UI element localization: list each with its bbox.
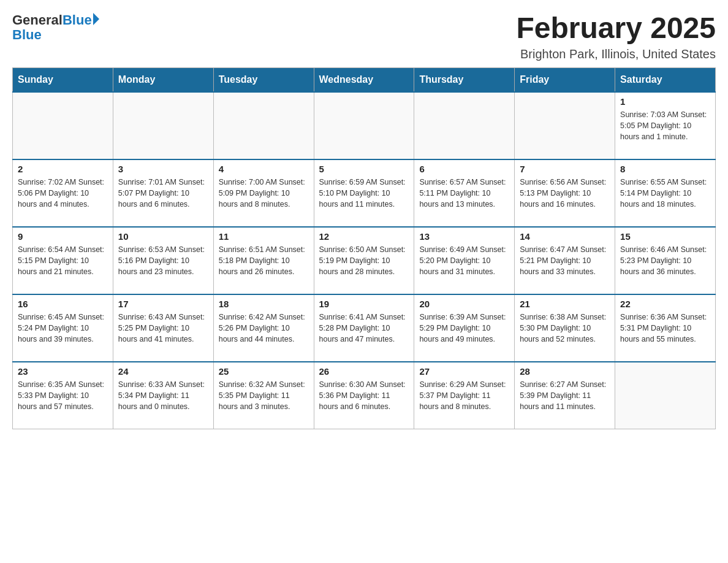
col-thursday: Thursday xyxy=(414,67,515,92)
day-info: Sunrise: 6:55 AM Sunset: 5:14 PM Dayligh… xyxy=(620,177,710,210)
day-info: Sunrise: 7:02 AM Sunset: 5:06 PM Dayligh… xyxy=(18,177,108,210)
table-row: 2Sunrise: 7:02 AM Sunset: 5:06 PM Daylig… xyxy=(13,159,113,227)
logo: General Blue Blue xyxy=(12,12,99,43)
day-number: 5 xyxy=(319,164,409,174)
day-number: 27 xyxy=(419,366,509,377)
day-info: Sunrise: 6:30 AM Sunset: 5:36 PM Dayligh… xyxy=(319,379,409,412)
day-number: 21 xyxy=(520,299,610,309)
calendar-week-row: 16Sunrise: 6:45 AM Sunset: 5:24 PM Dayli… xyxy=(13,294,716,362)
table-row xyxy=(13,92,113,159)
table-row: 6Sunrise: 6:57 AM Sunset: 5:11 PM Daylig… xyxy=(414,159,515,227)
table-row: 9Sunrise: 6:54 AM Sunset: 5:15 PM Daylig… xyxy=(13,227,113,294)
day-info: Sunrise: 6:57 AM Sunset: 5:11 PM Dayligh… xyxy=(419,177,509,210)
calendar-week-row: 2Sunrise: 7:02 AM Sunset: 5:06 PM Daylig… xyxy=(13,159,716,227)
page-header: General Blue Blue February 2025 Brighton… xyxy=(12,12,716,61)
table-row xyxy=(213,92,314,159)
day-number: 26 xyxy=(319,366,409,377)
logo-general-text: General xyxy=(12,12,63,28)
logo-blue-text: Blue xyxy=(63,12,92,28)
table-row: 25Sunrise: 6:32 AM Sunset: 5:35 PM Dayli… xyxy=(213,362,314,429)
day-number: 19 xyxy=(319,299,409,309)
day-number: 16 xyxy=(18,299,108,309)
day-info: Sunrise: 6:49 AM Sunset: 5:20 PM Dayligh… xyxy=(419,244,509,277)
day-info: Sunrise: 6:39 AM Sunset: 5:29 PM Dayligh… xyxy=(419,312,509,345)
day-info: Sunrise: 6:54 AM Sunset: 5:15 PM Dayligh… xyxy=(18,244,108,277)
calendar-week-row: 9Sunrise: 6:54 AM Sunset: 5:15 PM Daylig… xyxy=(13,227,716,294)
day-info: Sunrise: 6:53 AM Sunset: 5:16 PM Dayligh… xyxy=(118,244,208,277)
day-number: 3 xyxy=(118,164,208,174)
day-number: 2 xyxy=(18,164,108,174)
col-friday: Friday xyxy=(515,67,615,92)
day-info: Sunrise: 7:03 AM Sunset: 5:05 PM Dayligh… xyxy=(620,109,710,142)
day-info: Sunrise: 6:43 AM Sunset: 5:25 PM Dayligh… xyxy=(118,312,208,345)
day-number: 25 xyxy=(219,366,309,377)
col-saturday: Saturday xyxy=(615,67,716,92)
calendar-table: Sunday Monday Tuesday Wednesday Thursday… xyxy=(12,67,716,430)
day-info: Sunrise: 6:45 AM Sunset: 5:24 PM Dayligh… xyxy=(18,312,108,345)
table-row: 15Sunrise: 6:46 AM Sunset: 5:23 PM Dayli… xyxy=(615,227,716,294)
col-tuesday: Tuesday xyxy=(213,67,314,92)
day-number: 10 xyxy=(118,231,208,242)
day-info: Sunrise: 6:27 AM Sunset: 5:39 PM Dayligh… xyxy=(520,379,610,412)
table-row: 14Sunrise: 6:47 AM Sunset: 5:21 PM Dayli… xyxy=(515,227,615,294)
day-number: 15 xyxy=(620,231,710,242)
day-info: Sunrise: 6:38 AM Sunset: 5:30 PM Dayligh… xyxy=(520,312,610,345)
table-row: 27Sunrise: 6:29 AM Sunset: 5:37 PM Dayli… xyxy=(414,362,515,429)
day-info: Sunrise: 6:42 AM Sunset: 5:26 PM Dayligh… xyxy=(219,312,309,345)
table-row: 18Sunrise: 6:42 AM Sunset: 5:26 PM Dayli… xyxy=(213,294,314,362)
table-row: 8Sunrise: 6:55 AM Sunset: 5:14 PM Daylig… xyxy=(615,159,716,227)
col-monday: Monday xyxy=(113,67,213,92)
day-info: Sunrise: 6:46 AM Sunset: 5:23 PM Dayligh… xyxy=(620,244,710,277)
table-row: 21Sunrise: 6:38 AM Sunset: 5:30 PM Dayli… xyxy=(515,294,615,362)
day-number: 12 xyxy=(319,231,409,242)
day-info: Sunrise: 6:56 AM Sunset: 5:13 PM Dayligh… xyxy=(520,177,610,210)
table-row: 22Sunrise: 6:36 AM Sunset: 5:31 PM Dayli… xyxy=(615,294,716,362)
table-row: 1Sunrise: 7:03 AM Sunset: 5:05 PM Daylig… xyxy=(615,92,716,159)
table-row: 3Sunrise: 7:01 AM Sunset: 5:07 PM Daylig… xyxy=(113,159,213,227)
day-number: 18 xyxy=(219,299,309,309)
calendar-week-row: 1Sunrise: 7:03 AM Sunset: 5:05 PM Daylig… xyxy=(13,92,716,159)
table-row: 24Sunrise: 6:33 AM Sunset: 5:34 PM Dayli… xyxy=(113,362,213,429)
main-title: February 2025 xyxy=(516,12,716,45)
table-row: 4Sunrise: 7:00 AM Sunset: 5:09 PM Daylig… xyxy=(213,159,314,227)
day-info: Sunrise: 7:01 AM Sunset: 5:07 PM Dayligh… xyxy=(118,177,208,210)
day-info: Sunrise: 6:33 AM Sunset: 5:34 PM Dayligh… xyxy=(118,379,208,412)
table-row xyxy=(113,92,213,159)
day-number: 6 xyxy=(419,164,509,174)
day-info: Sunrise: 6:36 AM Sunset: 5:31 PM Dayligh… xyxy=(620,312,710,345)
table-row: 26Sunrise: 6:30 AM Sunset: 5:36 PM Dayli… xyxy=(314,362,414,429)
day-number: 4 xyxy=(219,164,309,174)
day-number: 20 xyxy=(419,299,509,309)
day-info: Sunrise: 6:51 AM Sunset: 5:18 PM Dayligh… xyxy=(219,244,309,277)
day-number: 24 xyxy=(118,366,208,377)
table-row: 12Sunrise: 6:50 AM Sunset: 5:19 PM Dayli… xyxy=(314,227,414,294)
table-row: 13Sunrise: 6:49 AM Sunset: 5:20 PM Dayli… xyxy=(414,227,515,294)
day-info: Sunrise: 6:32 AM Sunset: 5:35 PM Dayligh… xyxy=(219,379,309,412)
calendar-week-row: 23Sunrise: 6:35 AM Sunset: 5:33 PM Dayli… xyxy=(13,362,716,429)
table-row: 11Sunrise: 6:51 AM Sunset: 5:18 PM Dayli… xyxy=(213,227,314,294)
day-number: 14 xyxy=(520,231,610,242)
day-number: 28 xyxy=(520,366,610,377)
title-section: February 2025 Brighton Park, Illinois, U… xyxy=(516,12,716,61)
day-info: Sunrise: 7:00 AM Sunset: 5:09 PM Dayligh… xyxy=(219,177,309,210)
table-row: 28Sunrise: 6:27 AM Sunset: 5:39 PM Dayli… xyxy=(515,362,615,429)
day-number: 22 xyxy=(620,299,710,309)
table-row: 20Sunrise: 6:39 AM Sunset: 5:29 PM Dayli… xyxy=(414,294,515,362)
day-info: Sunrise: 6:41 AM Sunset: 5:28 PM Dayligh… xyxy=(319,312,409,345)
day-number: 7 xyxy=(520,164,610,174)
day-number: 1 xyxy=(620,96,710,107)
table-row: 10Sunrise: 6:53 AM Sunset: 5:16 PM Dayli… xyxy=(113,227,213,294)
table-row: 16Sunrise: 6:45 AM Sunset: 5:24 PM Dayli… xyxy=(13,294,113,362)
table-row xyxy=(515,92,615,159)
table-row: 19Sunrise: 6:41 AM Sunset: 5:28 PM Dayli… xyxy=(314,294,414,362)
day-number: 17 xyxy=(118,299,208,309)
day-number: 9 xyxy=(18,231,108,242)
logo-triangle-icon xyxy=(93,13,99,25)
table-row: 17Sunrise: 6:43 AM Sunset: 5:25 PM Dayli… xyxy=(113,294,213,362)
logo-blue-line: Blue xyxy=(12,27,42,43)
col-sunday: Sunday xyxy=(13,67,113,92)
table-row xyxy=(414,92,515,159)
day-info: Sunrise: 6:35 AM Sunset: 5:33 PM Dayligh… xyxy=(18,379,108,412)
table-row xyxy=(615,362,716,429)
col-wednesday: Wednesday xyxy=(314,67,414,92)
